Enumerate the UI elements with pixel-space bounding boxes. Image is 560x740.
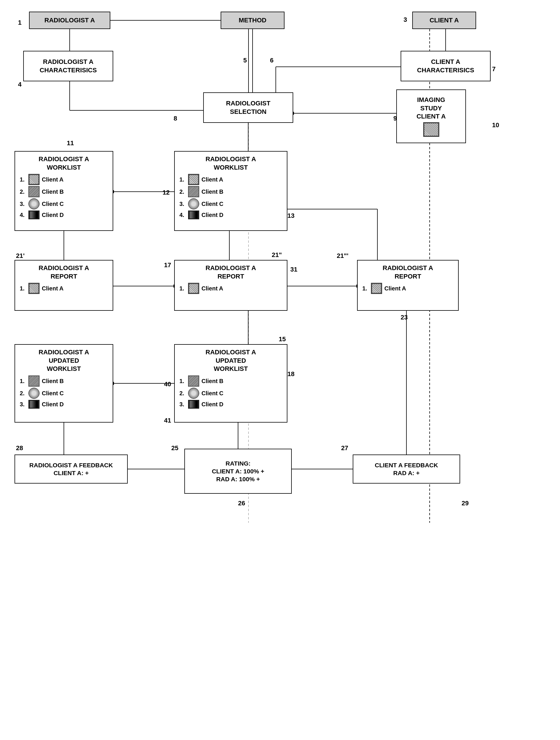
label-25: 25 bbox=[171, 444, 178, 452]
label-28: 28 bbox=[16, 444, 23, 452]
rad-a-report-center: RADIOLOGIST AREPORT 1.Client A bbox=[174, 260, 288, 311]
rating-node: RATING:CLIENT A: 100% +RAD A: 100% + bbox=[184, 449, 292, 494]
imaging-study-node: IMAGINGSTUDYCLIENT A bbox=[396, 89, 466, 143]
client-a-feedback-node: CLIENT A FEEDBACKRAD A: + bbox=[353, 455, 460, 483]
label-31: 31 bbox=[290, 266, 297, 273]
label-3: 3 bbox=[404, 16, 407, 23]
label-23: 23 bbox=[401, 314, 408, 321]
method-node: METHOD bbox=[221, 12, 285, 29]
label-26: 26 bbox=[238, 499, 245, 507]
rad-selection-node: RADIOLOGISTSELECTION bbox=[203, 92, 293, 123]
label-29: 29 bbox=[462, 499, 468, 507]
label-11: 11 bbox=[67, 140, 74, 147]
label-10: 10 bbox=[492, 121, 499, 129]
label-21pp: 21" bbox=[272, 251, 282, 259]
rad-a-updated-center: RADIOLOGIST AUPDATEDWORKLIST 1.Client B … bbox=[174, 344, 288, 423]
label-17: 17 bbox=[164, 261, 171, 269]
label-15: 15 bbox=[279, 336, 286, 343]
rad-a-char-node: RADIOLOGIST ACHARACTERISICS bbox=[23, 51, 113, 81]
label-1: 1 bbox=[18, 19, 21, 26]
label-12: 12 bbox=[162, 189, 170, 196]
rad-a-worklist-center: RADIOLOGIST AWORKLIST 1.Client A 2.Clien… bbox=[174, 151, 288, 231]
label-13: 13 bbox=[288, 212, 294, 219]
rad-a-feedback-node: RADIOLOGIST A FEEDBACKCLIENT A: + bbox=[14, 455, 128, 483]
radiologist-a-node: RADIOLOGIST A bbox=[29, 12, 110, 29]
label-21ppp: 21"' bbox=[337, 252, 348, 260]
label-41: 41 bbox=[164, 417, 171, 424]
rad-a-report-right: RADIOLOGIST AREPORT 1.Client A bbox=[357, 260, 459, 311]
rad-a-report-left: RADIOLOGIST AREPORT 1.Client A bbox=[14, 260, 113, 311]
rad-a-updated-left: RADIOLOGIST AUPDATEDWORKLIST 1.Client B … bbox=[14, 344, 113, 423]
rad-a-worklist-left: RADIOLOGIST AWORKLIST 1.Client A 2.Clien… bbox=[14, 151, 113, 231]
client-a-node: CLIENT A bbox=[412, 12, 476, 29]
label-40: 40 bbox=[164, 380, 171, 388]
label-7: 7 bbox=[492, 65, 495, 73]
client-a-char-node: CLIENT ACHARACTERISICS bbox=[401, 51, 490, 81]
label-6: 6 bbox=[270, 57, 273, 64]
label-4: 4 bbox=[18, 81, 21, 88]
label-8: 8 bbox=[174, 115, 177, 122]
label-18: 18 bbox=[288, 370, 294, 378]
label-27: 27 bbox=[341, 444, 348, 452]
label-5: 5 bbox=[243, 57, 247, 64]
label-21p: 21' bbox=[16, 252, 25, 260]
